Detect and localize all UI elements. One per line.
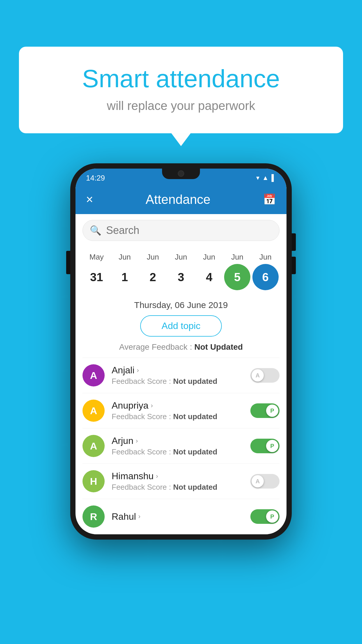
add-topic-button[interactable]: Add topic — [140, 315, 222, 337]
list-item: A Anjali › Feedback Score : Not updated … — [82, 358, 280, 393]
phone-screen: 14:29 ▾ ▲ ▌ × Attendance 📅 🔍 — [75, 169, 287, 534]
app-bar: × Attendance 📅 — [75, 185, 287, 214]
close-button[interactable]: × — [86, 192, 93, 206]
student-info: Anjali › Feedback Score : Not updated — [112, 365, 250, 386]
calendar-strip: May Jun Jun Jun Jun Jun Jun 31 1 2 3 4 5… — [75, 247, 287, 298]
student-name[interactable]: Rahul › — [112, 511, 250, 522]
wifi-icon: ▾ — [256, 174, 259, 182]
cal-date-3[interactable]: 3 — [168, 264, 194, 290]
student-info: Arjun › Feedback Score : Not updated — [112, 435, 250, 456]
calendar-months: May Jun Jun Jun Jun Jun Jun — [82, 253, 280, 262]
side-button-vol-up — [292, 233, 296, 251]
battery-icon: ▌ — [271, 174, 276, 182]
cal-date-31[interactable]: 31 — [83, 264, 110, 290]
attendance-toggle[interactable]: P — [250, 403, 280, 418]
search-container[interactable]: 🔍 — [82, 220, 280, 241]
phone-notch — [162, 169, 200, 179]
attendance-toggle[interactable]: A — [250, 368, 280, 383]
student-feedback: Feedback Score : Not updated — [112, 447, 250, 456]
app-bar-title: Attendance — [145, 192, 210, 207]
speech-bubble: Smart attendance will replace your paper… — [19, 47, 343, 133]
phone-wrapper: 14:29 ▾ ▲ ▌ × Attendance 📅 🔍 — [70, 163, 292, 540]
list-item: A Arjun › Feedback Score : Not updated P — [82, 428, 280, 464]
speech-bubble-container: Smart attendance will replace your paper… — [19, 47, 343, 133]
status-time: 14:29 — [86, 174, 105, 183]
toggle-thumb: P — [266, 405, 278, 417]
list-item: H Himanshu › Feedback Score : Not update… — [82, 464, 280, 499]
student-info: Rahul › — [112, 511, 250, 522]
avatar: A — [82, 364, 105, 386]
side-button-power — [66, 251, 70, 274]
search-icon: 🔍 — [90, 225, 101, 236]
list-item: A Anupriya › Feedback Score : Not update… — [82, 393, 280, 428]
signal-icon: ▲ — [262, 174, 269, 182]
phone-outer: 14:29 ▾ ▲ ▌ × Attendance 📅 🔍 — [70, 163, 292, 540]
status-icons: ▾ ▲ ▌ — [256, 174, 276, 182]
student-feedback: Feedback Score : Not updated — [112, 412, 250, 421]
student-name[interactable]: Arjun › — [112, 435, 250, 446]
selected-date-label: Thursday, 06 June 2019 — [75, 300, 287, 310]
toggle-thumb: P — [266, 440, 278, 452]
cal-date-4[interactable]: 4 — [196, 264, 222, 290]
cal-month-5: Jun — [224, 253, 250, 262]
chevron-right-icon: › — [137, 367, 139, 374]
cal-month-1: Jun — [112, 253, 138, 262]
toggle-thumb: A — [252, 369, 264, 382]
cal-month-4: Jun — [196, 253, 222, 262]
list-item: R Rahul › P — [82, 499, 280, 534]
calendar-dates: 31 1 2 3 4 5 6 — [82, 264, 280, 290]
toggle-thumb: A — [252, 475, 264, 487]
search-input[interactable] — [106, 224, 272, 237]
avg-feedback-label: Average Feedback : — [119, 342, 194, 351]
chevron-right-icon: › — [156, 473, 158, 480]
attendance-toggle[interactable]: P — [250, 439, 280, 453]
calendar-icon[interactable]: 📅 — [263, 193, 276, 206]
avg-feedback: Average Feedback : Not Updated — [75, 342, 287, 352]
toggle-thumb: P — [266, 510, 278, 523]
cal-date-1[interactable]: 1 — [112, 264, 138, 290]
cal-month-0: May — [83, 253, 110, 262]
cal-month-6: Jun — [252, 253, 279, 262]
student-feedback: Feedback Score : Not updated — [112, 483, 250, 492]
avg-feedback-value: Not Updated — [194, 342, 243, 351]
cal-date-5-today[interactable]: 5 — [224, 264, 250, 290]
chevron-right-icon: › — [151, 402, 153, 410]
cal-date-6-selected[interactable]: 6 — [252, 264, 279, 290]
bubble-title: Smart attendance — [42, 64, 320, 93]
cal-date-2[interactable]: 2 — [140, 264, 166, 290]
student-info: Anupriya › Feedback Score : Not updated — [112, 400, 250, 421]
student-feedback: Feedback Score : Not updated — [112, 377, 250, 386]
avatar: A — [82, 435, 105, 457]
avatar: H — [82, 470, 105, 492]
attendance-toggle[interactable]: A — [250, 474, 280, 489]
side-button-vol-down — [292, 257, 296, 274]
chevron-right-icon: › — [138, 513, 140, 520]
chevron-right-icon: › — [136, 437, 138, 445]
student-name[interactable]: Anjali › — [112, 365, 250, 376]
student-name[interactable]: Himanshu › — [112, 471, 250, 482]
phone-camera — [178, 170, 184, 177]
student-info: Himanshu › Feedback Score : Not updated — [112, 471, 250, 492]
student-name[interactable]: Anupriya › — [112, 400, 250, 411]
avatar: R — [82, 505, 105, 528]
attendance-toggle[interactable]: P — [250, 509, 280, 524]
cal-month-3: Jun — [168, 253, 194, 262]
cal-month-2: Jun — [140, 253, 166, 262]
avatar: A — [82, 400, 105, 422]
student-list: A Anjali › Feedback Score : Not updated … — [75, 358, 287, 534]
bubble-subtitle: will replace your paperwork — [42, 99, 320, 113]
